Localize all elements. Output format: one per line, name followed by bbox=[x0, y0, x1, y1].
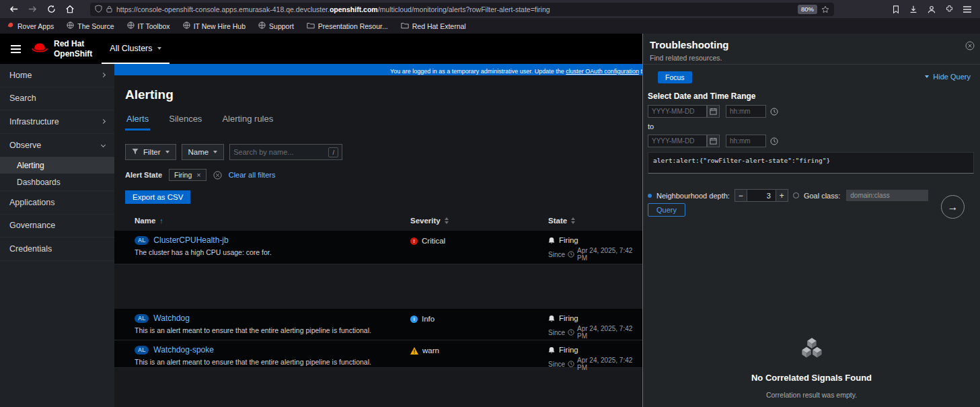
brand-line1: Red Hat bbox=[54, 39, 84, 48]
export-csv-button[interactable]: Export as CSV bbox=[125, 190, 190, 204]
bookmark-item[interactable]: Presentation Resour... bbox=[307, 22, 388, 30]
sidebar-item-infrastructure[interactable]: Infrastructure bbox=[0, 110, 114, 134]
sidebar-item-dashboards[interactable]: Dashboards bbox=[0, 174, 114, 190]
arrow-right-icon: → bbox=[948, 201, 958, 213]
clock-icon[interactable] bbox=[767, 105, 780, 118]
clock-icon bbox=[568, 251, 574, 258]
sidebar-item-search[interactable]: Search bbox=[0, 87, 114, 111]
sidebar-item-alerting[interactable]: Alerting bbox=[0, 157, 114, 174]
clear-all-filters-link[interactable]: Clear all filters bbox=[229, 171, 276, 179]
redhat-hat-icon bbox=[30, 41, 49, 57]
end-time-input[interactable] bbox=[726, 135, 766, 147]
url-text: https://console-openshift-console.apps.e… bbox=[116, 5, 794, 13]
since-timestamp: Apr 24, 2025, 7:42 PM bbox=[577, 247, 642, 262]
column-header-severity[interactable]: Severity bbox=[410, 217, 449, 225]
bookmark-item[interactable]: Support bbox=[258, 22, 294, 30]
clock-icon bbox=[568, 361, 574, 367]
bookmark-item[interactable]: Red Hat External bbox=[401, 22, 466, 30]
sidebar-item-applications[interactable]: Applications bbox=[0, 191, 114, 215]
active-filters: Alert State Firing Clear all filters bbox=[125, 169, 275, 181]
masthead: Red HatOpenShift All Clusters bbox=[0, 34, 642, 64]
clear-chip-group-icon[interactable] bbox=[213, 171, 222, 180]
bookmark-item[interactable]: The Source bbox=[67, 22, 114, 30]
tab-alerting-rules[interactable]: Alerting rules bbox=[221, 114, 274, 131]
nav-toggle-icon[interactable] bbox=[11, 45, 21, 53]
filter-toolbar: Filter Name / bbox=[125, 144, 342, 160]
screen: https://console-openshift-console.apps.e… bbox=[0, 0, 980, 407]
clock-icon[interactable] bbox=[767, 135, 780, 147]
alert-name-link[interactable]: Watchdog-spoke bbox=[153, 345, 214, 355]
critical-severity-icon bbox=[410, 237, 418, 245]
query-button[interactable]: Query bbox=[648, 203, 685, 217]
bookmark-item[interactable]: IT New Hire Hub bbox=[183, 22, 246, 30]
alert-name-link[interactable]: Watchdog bbox=[153, 313, 190, 323]
refresh-icon[interactable] bbox=[43, 3, 59, 16]
troubleshooting-panel: Troubleshooting Find related resources. … bbox=[642, 34, 980, 407]
state-label: Firing bbox=[559, 346, 578, 354]
account-icon[interactable] bbox=[927, 5, 936, 14]
sidebar-item-governance[interactable]: Governance bbox=[0, 215, 114, 238]
goal-class-input[interactable] bbox=[846, 190, 928, 201]
oauth-configuration-link[interactable]: cluster OAuth configuration bbox=[566, 68, 639, 75]
home-icon[interactable] bbox=[62, 3, 78, 16]
back-icon[interactable] bbox=[5, 3, 22, 16]
filter-chip-firing[interactable]: Firing bbox=[169, 169, 206, 181]
bookmark-star-icon[interactable] bbox=[821, 5, 829, 13]
bookmark-item[interactable]: IT Toolbox bbox=[127, 22, 170, 30]
hide-query-toggle[interactable]: Hide Query bbox=[925, 73, 971, 81]
download-icon[interactable] bbox=[909, 5, 918, 14]
menu-icon[interactable] bbox=[963, 5, 972, 13]
start-date-input[interactable] bbox=[648, 105, 707, 118]
sidebar-item-credentials[interactable]: Credentials bbox=[0, 237, 114, 261]
start-time-input[interactable] bbox=[726, 105, 766, 118]
cubes-icon bbox=[643, 338, 980, 362]
search-input[interactable] bbox=[233, 148, 326, 156]
chevron-down-icon bbox=[925, 75, 929, 78]
bookmark-item[interactable]: Rover Apps bbox=[7, 22, 54, 30]
shield-icon bbox=[95, 3, 102, 15]
filter-dropdown[interactable]: Filter bbox=[125, 144, 176, 160]
extensions-icon[interactable] bbox=[945, 5, 954, 13]
decrement-button[interactable]: − bbox=[734, 189, 747, 202]
end-date-input[interactable] bbox=[648, 135, 707, 147]
calendar-icon[interactable] bbox=[707, 135, 720, 147]
name-dropdown[interactable]: Name bbox=[182, 144, 225, 160]
alert-description: The cluster has a high CPU usage: core f… bbox=[135, 248, 272, 256]
browser-actions bbox=[892, 5, 972, 14]
table-header: Name Severity State bbox=[114, 217, 642, 228]
remove-chip-icon[interactable] bbox=[196, 172, 200, 179]
query-options-row: Neighbourhood depth: − 3 + Goal class: bbox=[648, 189, 928, 202]
query-expression-input[interactable]: alert:alert:{"rowFilter-alert-state":"fi… bbox=[648, 152, 974, 174]
brand-line2: OpenShift bbox=[54, 49, 92, 59]
bell-icon bbox=[548, 346, 555, 354]
sort-ascending-icon bbox=[159, 217, 163, 225]
panel-subtitle: Find related resources. bbox=[650, 54, 722, 62]
column-header-name[interactable]: Name bbox=[135, 217, 163, 225]
filter-icon bbox=[132, 148, 139, 156]
increment-button[interactable]: + bbox=[776, 189, 788, 202]
state-label: Firing bbox=[559, 314, 578, 322]
chevron-right-icon bbox=[101, 119, 106, 124]
cluster-switcher-dropdown[interactable]: All Clusters bbox=[102, 34, 169, 64]
calendar-icon[interactable] bbox=[707, 105, 720, 118]
close-panel-icon[interactable] bbox=[965, 41, 975, 50]
chevron-down-icon bbox=[165, 151, 169, 153]
zoom-level-badge[interactable]: 80% bbox=[798, 5, 817, 14]
sidebar-item-observe[interactable]: Observe bbox=[0, 134, 114, 157]
alert-name-link[interactable]: ClusterCPUHealth-jb bbox=[153, 235, 228, 245]
bookmark-icon[interactable] bbox=[892, 5, 900, 14]
depth-value: 3 bbox=[747, 189, 776, 202]
neighbourhood-depth-radio[interactable] bbox=[648, 194, 652, 198]
column-header-state[interactable]: State bbox=[548, 217, 575, 225]
run-query-arrow-button[interactable]: → bbox=[941, 195, 965, 219]
goal-class-label: Goal class: bbox=[804, 192, 840, 200]
goal-class-radio[interactable] bbox=[793, 192, 799, 198]
forward-icon[interactable] bbox=[24, 3, 40, 16]
alert-description: This is an alert meant to ensure that th… bbox=[135, 358, 371, 366]
sidebar-group-observe: Observe Alerting Dashboards bbox=[0, 134, 114, 192]
tab-alerts[interactable]: Alerts bbox=[125, 114, 150, 131]
url-bar[interactable]: https://console-openshift-console.apps.e… bbox=[90, 3, 834, 16]
tab-silences[interactable]: Silences bbox=[167, 114, 203, 131]
focus-button[interactable]: Focus bbox=[658, 71, 692, 83]
sidebar-item-home[interactable]: Home bbox=[0, 64, 114, 87]
